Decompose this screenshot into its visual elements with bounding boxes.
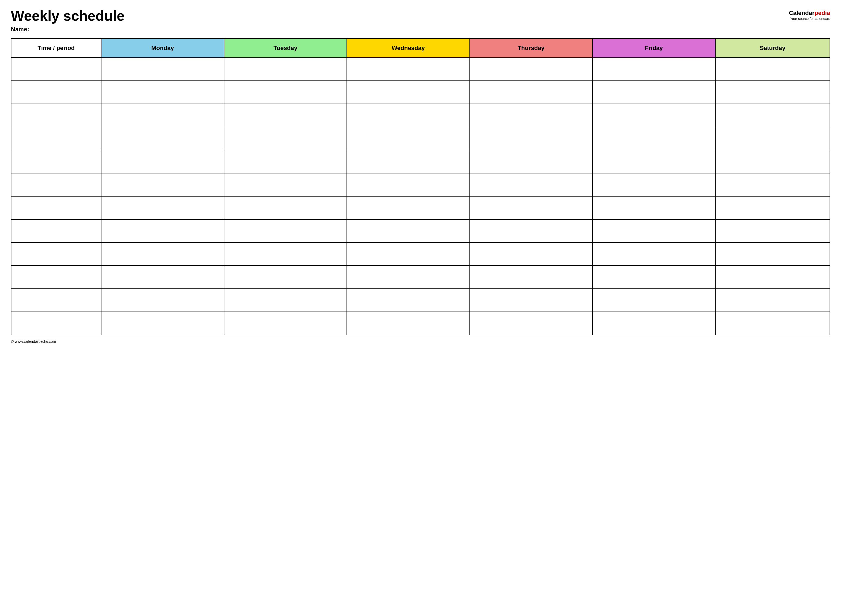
day-cell[interactable]: [470, 81, 593, 104]
day-cell[interactable]: [347, 127, 470, 150]
day-cell[interactable]: [715, 242, 830, 265]
time-cell[interactable]: [11, 127, 101, 150]
day-cell[interactable]: [347, 196, 470, 219]
day-cell[interactable]: [715, 196, 830, 219]
day-cell[interactable]: [224, 150, 347, 173]
day-cell[interactable]: [715, 81, 830, 104]
day-cell[interactable]: [470, 150, 593, 173]
day-cell[interactable]: [347, 58, 470, 81]
time-cell[interactable]: [11, 150, 101, 173]
day-cell[interactable]: [101, 265, 224, 289]
day-cell[interactable]: [347, 173, 470, 196]
day-cell[interactable]: [593, 127, 715, 150]
day-cell[interactable]: [224, 173, 347, 196]
day-cell[interactable]: [715, 312, 830, 335]
col-header-wednesday: Wednesday: [347, 39, 470, 58]
day-cell[interactable]: [715, 289, 830, 312]
day-cell[interactable]: [224, 219, 347, 242]
day-cell[interactable]: [101, 312, 224, 335]
time-cell[interactable]: [11, 81, 101, 104]
day-cell[interactable]: [715, 265, 830, 289]
day-cell[interactable]: [593, 312, 715, 335]
day-cell[interactable]: [470, 196, 593, 219]
day-cell[interactable]: [715, 173, 830, 196]
time-cell[interactable]: [11, 265, 101, 289]
logo-text: Calendarpedia: [789, 10, 830, 16]
day-cell[interactable]: [224, 312, 347, 335]
time-cell[interactable]: [11, 58, 101, 81]
day-cell[interactable]: [224, 196, 347, 219]
day-cell[interactable]: [347, 104, 470, 127]
day-cell[interactable]: [347, 265, 470, 289]
day-cell[interactable]: [101, 289, 224, 312]
time-cell[interactable]: [11, 312, 101, 335]
day-cell[interactable]: [715, 58, 830, 81]
day-cell[interactable]: [101, 219, 224, 242]
day-cell[interactable]: [470, 58, 593, 81]
day-cell[interactable]: [470, 219, 593, 242]
day-cell[interactable]: [224, 127, 347, 150]
day-cell[interactable]: [715, 150, 830, 173]
day-cell[interactable]: [593, 150, 715, 173]
page-title: Weekly schedule: [11, 8, 125, 23]
table-row: [11, 312, 830, 335]
day-cell[interactable]: [593, 242, 715, 265]
day-cell[interactable]: [101, 242, 224, 265]
day-cell[interactable]: [470, 265, 593, 289]
table-row: [11, 104, 830, 127]
day-cell[interactable]: [101, 81, 224, 104]
day-cell[interactable]: [715, 104, 830, 127]
table-row: [11, 242, 830, 265]
table-row: [11, 173, 830, 196]
day-cell[interactable]: [470, 242, 593, 265]
day-cell[interactable]: [593, 265, 715, 289]
table-row: [11, 219, 830, 242]
col-header-tuesday: Tuesday: [224, 39, 347, 58]
time-cell[interactable]: [11, 219, 101, 242]
header-row: Time / period Monday Tuesday Wednesday T…: [11, 39, 830, 58]
day-cell[interactable]: [224, 242, 347, 265]
time-cell[interactable]: [11, 104, 101, 127]
day-cell[interactable]: [224, 265, 347, 289]
logo-section: Calendarpedia Your source for calendars: [789, 10, 830, 21]
day-cell[interactable]: [593, 196, 715, 219]
day-cell[interactable]: [101, 150, 224, 173]
day-cell[interactable]: [593, 173, 715, 196]
table-row: [11, 81, 830, 104]
day-cell[interactable]: [101, 196, 224, 219]
day-cell[interactable]: [347, 150, 470, 173]
time-cell[interactable]: [11, 242, 101, 265]
time-cell[interactable]: [11, 196, 101, 219]
day-cell[interactable]: [224, 104, 347, 127]
day-cell[interactable]: [224, 58, 347, 81]
time-cell[interactable]: [11, 173, 101, 196]
day-cell[interactable]: [224, 289, 347, 312]
day-cell[interactable]: [593, 289, 715, 312]
day-cell[interactable]: [347, 81, 470, 104]
day-cell[interactable]: [347, 219, 470, 242]
day-cell[interactable]: [347, 242, 470, 265]
day-cell[interactable]: [470, 104, 593, 127]
day-cell[interactable]: [715, 219, 830, 242]
day-cell[interactable]: [101, 173, 224, 196]
day-cell[interactable]: [224, 81, 347, 104]
day-cell[interactable]: [593, 81, 715, 104]
day-cell[interactable]: [347, 312, 470, 335]
day-cell[interactable]: [593, 219, 715, 242]
day-cell[interactable]: [593, 58, 715, 81]
table-row: [11, 127, 830, 150]
day-cell[interactable]: [470, 289, 593, 312]
day-cell[interactable]: [470, 127, 593, 150]
time-cell[interactable]: [11, 289, 101, 312]
day-cell[interactable]: [470, 173, 593, 196]
page-header: Weekly schedule Name: Calendarpedia Your…: [11, 8, 830, 33]
day-cell[interactable]: [347, 289, 470, 312]
day-cell[interactable]: [101, 127, 224, 150]
day-cell[interactable]: [101, 58, 224, 81]
day-cell[interactable]: [470, 312, 593, 335]
table-row: [11, 58, 830, 81]
schedule-table: Time / period Monday Tuesday Wednesday T…: [11, 38, 830, 335]
day-cell[interactable]: [101, 104, 224, 127]
day-cell[interactable]: [715, 127, 830, 150]
day-cell[interactable]: [593, 104, 715, 127]
